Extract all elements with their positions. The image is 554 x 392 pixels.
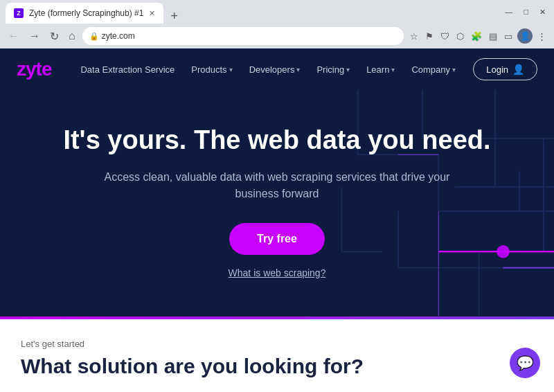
menu-icon[interactable]: ⋮ [535, 30, 548, 43]
close-window-button[interactable]: ✕ [537, 6, 548, 18]
site-nav: zyte Data Extraction Service Products ▾ … [0, 48, 554, 90]
what-is-scraping-link[interactable]: What is web scraping? [14, 267, 540, 278]
sidebar-icon[interactable]: ▤ [487, 30, 499, 43]
login-button[interactable]: Login 👤 [473, 58, 537, 80]
nav-pricing[interactable]: Pricing ▾ [310, 59, 357, 80]
toolbar-icons: ☆ ⚑ 🛡 ⬡ 🧩 ▤ ▭ 👤 ⋮ [408, 28, 548, 44]
products-arrow-icon: ▾ [229, 66, 233, 73]
star-icon[interactable]: ☆ [408, 30, 420, 43]
pricing-arrow-icon: ▾ [346, 66, 350, 73]
chat-icon: 💬 [517, 355, 534, 371]
bottom-heading: What solution are you looking for? [21, 355, 533, 378]
window-controls: — □ ✕ [502, 6, 548, 18]
tab-title: Zyte (formerly Scrapinghub) #1 [29, 8, 143, 18]
hero-subtitle: Access clean, valuable data with web scr… [83, 169, 471, 202]
lock-icon: 🔒 [89, 32, 99, 41]
browser-chrome: Z Zyte (formerly Scrapinghub) #1 ✕ + — □… [0, 0, 554, 48]
back-button[interactable]: ← [6, 28, 22, 44]
nav-products[interactable]: Products ▾ [184, 59, 239, 80]
nav-learn[interactable]: Learn ▾ [359, 59, 402, 80]
reload-button[interactable]: ↻ [47, 28, 62, 44]
address-bar-row: ← → ↻ ⌂ 🔒 zyte.com ☆ ⚑ 🛡 ⬡ 🧩 ▤ ▭ 👤 ⋮ [0, 24, 554, 48]
nav-company[interactable]: Company ▾ [404, 59, 463, 80]
forward-button[interactable]: → [26, 28, 43, 44]
pre-title: Let's get started [21, 339, 533, 349]
user-icon: 👤 [512, 64, 524, 75]
nav-data-extraction[interactable]: Data Extraction Service [73, 59, 181, 80]
website: zyte Data Extraction Service Products ▾ … [0, 48, 554, 392]
address-bar[interactable]: 🔒 zyte.com [82, 27, 404, 45]
extensions-icon[interactable]: 🧩 [469, 30, 484, 43]
shield-icon[interactable]: 🛡 [438, 30, 452, 43]
nav-links: Data Extraction Service Products ▾ Devel… [73, 59, 473, 80]
bottom-section: Let's get started What solution are you … [0, 319, 554, 392]
tab-favicon: Z [14, 8, 24, 18]
new-tab-button[interactable]: + [166, 9, 182, 24]
hero-content: It's yours. The web data you need. Acces… [14, 125, 540, 278]
url-text: zyte.com [102, 31, 135, 41]
hero-title: It's yours. The web data you need. [14, 125, 540, 157]
home-button[interactable]: ⌂ [66, 28, 78, 44]
minimize-button[interactable]: — [502, 6, 515, 17]
developers-arrow-icon: ▾ [296, 66, 300, 73]
title-bar: Z Zyte (formerly Scrapinghub) #1 ✕ + — □… [0, 0, 554, 24]
tab-close-button[interactable]: ✕ [149, 9, 155, 18]
logo[interactable]: zyte [17, 58, 51, 80]
chat-bubble-button[interactable]: 💬 [510, 348, 540, 378]
extension-icon[interactable]: ⬡ [454, 30, 466, 43]
bookmark-icon[interactable]: ⚑ [423, 30, 436, 43]
company-arrow-icon: ▾ [452, 66, 456, 73]
nav-developers[interactable]: Developers ▾ [242, 59, 307, 80]
profile-avatar[interactable]: 👤 [517, 28, 533, 44]
tablet-icon[interactable]: ▭ [502, 30, 515, 43]
tab-bar: Z Zyte (formerly Scrapinghub) #1 ✕ + [6, 0, 182, 24]
try-free-button[interactable]: Try free [229, 223, 325, 255]
maximize-button[interactable]: □ [521, 6, 531, 17]
learn-arrow-icon: ▾ [391, 66, 395, 73]
hero-section: It's yours. The web data you need. Acces… [0, 90, 554, 317]
active-tab[interactable]: Z Zyte (formerly Scrapinghub) #1 ✕ [6, 3, 163, 24]
